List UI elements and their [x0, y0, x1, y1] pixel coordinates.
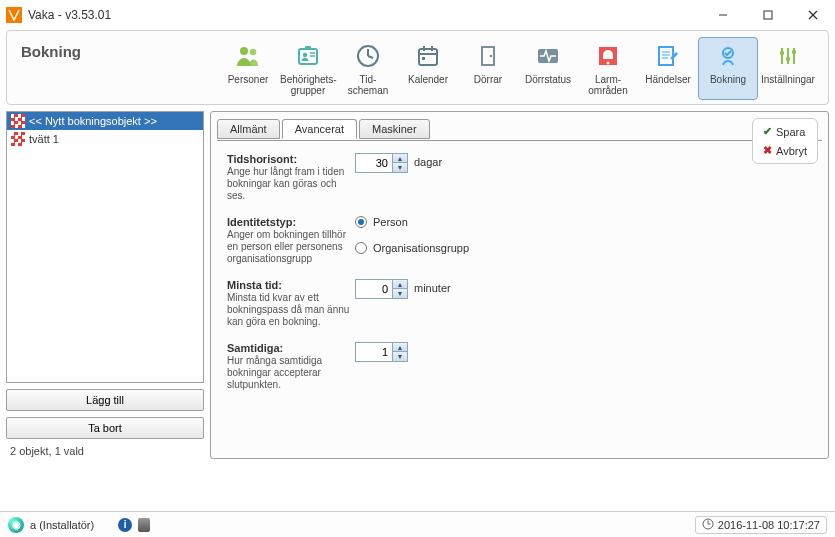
close-button[interactable] — [790, 1, 835, 29]
statusbar-user: a (Installatör) — [30, 519, 94, 531]
statusbar-clock: 2016-11-08 10:17:27 — [695, 516, 827, 534]
radio-person-label: Person — [373, 216, 408, 228]
row-minsta-tid: Minsta tid: Minsta tid kvar av ett bokni… — [227, 279, 812, 328]
action-box: ✔ Spara ✖ Avbryt — [752, 118, 818, 164]
svg-point-20 — [490, 55, 493, 58]
samtidiga-title: Samtidiga: — [227, 342, 283, 354]
toolbar-area: Bokning PersonerBehörighets-grupperTid-s… — [6, 30, 829, 105]
samtidiga-spinner[interactable]: ▲▼ — [355, 342, 408, 362]
clock-icon — [340, 41, 396, 71]
list-status: 2 objekt, 1 vald — [6, 443, 204, 459]
spin-down-icon[interactable]: ▼ — [393, 163, 407, 172]
toolbar-larm[interactable]: Larm-områden — [578, 37, 638, 100]
cross-icon: ✖ — [763, 144, 772, 157]
list-item-label: << Nytt bokningsobjekt >> — [29, 115, 157, 127]
save-label: Spara — [776, 126, 805, 138]
spin-down-icon[interactable]: ▼ — [393, 289, 407, 298]
toolbar-installningar[interactable]: Inställningar — [758, 37, 818, 100]
radio-dot-icon — [355, 242, 367, 254]
object-list[interactable]: << Nytt bokningsobjekt >>tvätt 1 — [6, 111, 204, 383]
identitetstyp-title: Identitetstyp: — [227, 216, 296, 228]
toolbar-handelser[interactable]: Händelser — [638, 37, 698, 100]
device-icon[interactable] — [138, 518, 150, 532]
svg-rect-14 — [419, 49, 437, 65]
titlebar: Vaka - v3.53.01 — [0, 0, 835, 30]
toolbar-label: Kalender — [400, 74, 456, 96]
sliders-icon — [760, 41, 816, 71]
minsta-tid-spinner[interactable]: ▲▼ — [355, 279, 408, 299]
id-badge-icon — [280, 41, 336, 71]
cancel-label: Avbryt — [776, 145, 807, 157]
list-item-label: tvätt 1 — [29, 133, 59, 145]
toolbar-bokning[interactable]: Bokning — [698, 37, 758, 100]
user-status-icon[interactable]: ◉ — [8, 517, 24, 533]
toolbar-label: Personer — [220, 74, 276, 96]
minsta-tid-title: Minsta tid: — [227, 279, 282, 291]
toolbar-kalender[interactable]: Kalender — [398, 37, 458, 100]
minimize-button[interactable] — [700, 1, 745, 29]
app-icon — [6, 7, 22, 23]
spin-down-icon[interactable]: ▼ — [393, 352, 407, 361]
left-panel: << Nytt bokningsobjekt >>tvätt 1 Lägg ti… — [6, 111, 204, 459]
tab-body-avancerat: Tidshorisont: Ange hur långt fram i tide… — [217, 140, 822, 435]
door-icon — [460, 41, 516, 71]
cancel-button[interactable]: ✖ Avbryt — [759, 142, 811, 159]
toolbar-personer[interactable]: Personer — [218, 37, 278, 100]
svg-point-4 — [240, 47, 248, 55]
spin-up-icon[interactable]: ▲ — [393, 343, 407, 352]
toolbar-tidscheman[interactable]: Tid-scheman — [338, 37, 398, 100]
statusbar: ◉ a (Installatör) i 2016-11-08 10:17:27 — [0, 511, 835, 537]
spin-up-icon[interactable]: ▲ — [393, 280, 407, 289]
row-tidshorisont: Tidshorisont: Ange hur långt fram i tide… — [227, 153, 812, 202]
add-button[interactable]: Lägg till — [6, 389, 204, 411]
window-title: Vaka - v3.53.01 — [28, 8, 700, 22]
svg-point-34 — [792, 50, 796, 54]
right-panel: ✔ Spara ✖ Avbryt AllmäntAvanceratMaskine… — [210, 111, 829, 459]
tab-maskiner[interactable]: Maskiner — [359, 119, 430, 139]
svg-rect-1 — [764, 11, 772, 19]
object-icon — [11, 114, 25, 128]
clock-icon — [702, 518, 714, 532]
minsta-tid-unit: minuter — [414, 279, 451, 294]
save-button[interactable]: ✔ Spara — [759, 123, 811, 140]
radio-org-label: Organisationsgrupp — [373, 242, 469, 254]
calendar-icon — [400, 41, 456, 71]
object-icon — [11, 132, 25, 146]
edit-icon — [640, 41, 696, 71]
tidshorisont-unit: dagar — [414, 153, 442, 168]
radio-organisationsgrupp[interactable]: Organisationsgrupp — [355, 242, 469, 254]
tidshorisont-input[interactable] — [356, 154, 392, 172]
row-identitetstyp: Identitetstyp: Anger om bokningen tillhö… — [227, 216, 812, 265]
toolbar-dorrar[interactable]: Dörrar — [458, 37, 518, 100]
radio-person[interactable]: Person — [355, 216, 408, 228]
toolbar-dorrstatus[interactable]: Dörrstatus — [518, 37, 578, 100]
toolbar-label: Inställningar — [760, 74, 816, 96]
list-item[interactable]: << Nytt bokningsobjekt >> — [7, 112, 203, 130]
samtidiga-input[interactable] — [356, 343, 392, 361]
svg-rect-18 — [422, 57, 425, 60]
info-icon[interactable]: i — [118, 518, 132, 532]
check-icon: ✔ — [763, 125, 772, 138]
svg-point-32 — [780, 51, 784, 55]
toolbar-label: Bokning — [700, 74, 756, 96]
toolbar-behorighet[interactable]: Behörighets-grupper — [278, 37, 338, 100]
row-samtidiga: Samtidiga: Hur många samtidiga bokningar… — [227, 342, 812, 391]
identitetstyp-desc: Anger om bokningen tillhör en person ell… — [227, 229, 355, 265]
toolbar-label: Larm-områden — [580, 74, 636, 96]
list-item[interactable]: tvätt 1 — [7, 130, 203, 148]
alarm-icon — [580, 41, 636, 71]
svg-point-23 — [607, 62, 610, 65]
toolbar-label: Händelser — [640, 74, 696, 96]
statusbar-datetime: 2016-11-08 10:17:27 — [718, 519, 820, 531]
minsta-tid-input[interactable] — [356, 280, 392, 298]
svg-line-13 — [368, 56, 373, 58]
samtidiga-desc: Hur många samtidiga bokningar accepterar… — [227, 355, 355, 391]
remove-button[interactable]: Ta bort — [6, 417, 204, 439]
spin-up-icon[interactable]: ▲ — [393, 154, 407, 163]
tab-allmant[interactable]: Allmänt — [217, 119, 280, 139]
toolbar-label: Dörrstatus — [520, 74, 576, 96]
tidshorisont-title: Tidshorisont: — [227, 153, 297, 165]
maximize-button[interactable] — [745, 1, 790, 29]
tab-avancerat[interactable]: Avancerat — [282, 119, 357, 139]
tidshorisont-spinner[interactable]: ▲▼ — [355, 153, 408, 173]
